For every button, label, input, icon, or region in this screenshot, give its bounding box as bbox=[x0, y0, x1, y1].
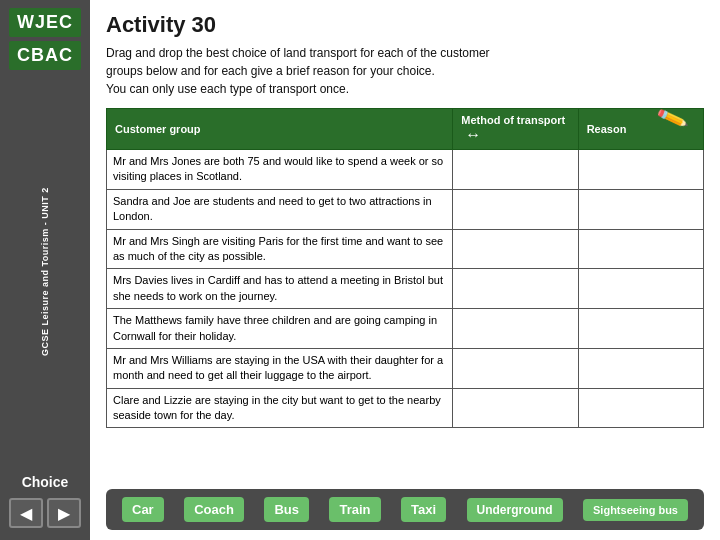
table-container: ✏️ Customer group Method of transport ↔ … bbox=[106, 108, 704, 481]
instruction-line-2: groups below and for each give a brief r… bbox=[106, 64, 435, 78]
reason-cell[interactable] bbox=[578, 189, 703, 229]
customer-cell: Mrs Davies lives in Cardiff and has to a… bbox=[107, 269, 453, 309]
customer-cell: Mr and Mrs Jones are both 75 and would l… bbox=[107, 150, 453, 190]
table-row: The Matthews family have three children … bbox=[107, 309, 704, 349]
customer-cell: Sandra and Joe are students and need to … bbox=[107, 189, 453, 229]
reason-cell[interactable] bbox=[578, 348, 703, 388]
transport-option-car[interactable]: Car bbox=[122, 497, 164, 522]
table-row: Mr and Mrs Singh are visiting Paris for … bbox=[107, 229, 704, 269]
transport-option-sightseeing-bus[interactable]: Sightseeing bus bbox=[583, 499, 688, 521]
transport-option-bus[interactable]: Bus bbox=[264, 497, 309, 522]
transport-cell[interactable] bbox=[453, 348, 578, 388]
table-row: Clare and Lizzie are staying in the city… bbox=[107, 388, 704, 428]
choice-label: Choice bbox=[22, 474, 69, 490]
transport-cell[interactable] bbox=[453, 189, 578, 229]
nav-prev-button[interactable]: ◀ bbox=[9, 498, 43, 528]
customer-cell: Clare and Lizzie are staying in the city… bbox=[107, 388, 453, 428]
instruction-line-3: You can only use each type of transport … bbox=[106, 82, 349, 96]
transport-cell[interactable] bbox=[453, 150, 578, 190]
transport-option-taxi[interactable]: Taxi bbox=[401, 497, 446, 522]
transport-bar: CarCoachBusTrainTaxiUndergroundSightseei… bbox=[106, 489, 704, 530]
nav-buttons: ◀ ▶ bbox=[5, 494, 85, 532]
main-content: Activity 30 Drag and drop the best choic… bbox=[90, 0, 720, 540]
customer-cell: Mr and Mrs Williams are staying in the U… bbox=[107, 348, 453, 388]
reason-cell[interactable] bbox=[578, 388, 703, 428]
col-header-transport: Method of transport ↔ bbox=[453, 109, 578, 150]
transport-cell[interactable] bbox=[453, 269, 578, 309]
table-row: Sandra and Joe are students and need to … bbox=[107, 189, 704, 229]
table-row: Mr and Mrs Williams are staying in the U… bbox=[107, 348, 704, 388]
transport-cell[interactable] bbox=[453, 388, 578, 428]
sidebar: WJEC CBAC GCSE Leisure and Tourism - UNI… bbox=[0, 0, 90, 540]
customer-cell: The Matthews family have three children … bbox=[107, 309, 453, 349]
transport-cell[interactable] bbox=[453, 309, 578, 349]
cursor-icon: ↔ bbox=[465, 126, 481, 144]
reason-cell[interactable] bbox=[578, 309, 703, 349]
nav-next-button[interactable]: ▶ bbox=[47, 498, 81, 528]
reason-cell[interactable] bbox=[578, 150, 703, 190]
activity-table: Customer group Method of transport ↔ Rea… bbox=[106, 108, 704, 428]
activity-title: Activity 30 bbox=[106, 12, 704, 38]
transport-cell[interactable] bbox=[453, 229, 578, 269]
table-row: Mrs Davies lives in Cardiff and has to a… bbox=[107, 269, 704, 309]
reason-cell[interactable] bbox=[578, 229, 703, 269]
col-header-customer: Customer group bbox=[107, 109, 453, 150]
sidebar-bottom: Choice ◀ ▶ bbox=[0, 474, 90, 532]
customer-cell: Mr and Mrs Singh are visiting Paris for … bbox=[107, 229, 453, 269]
transport-option-underground[interactable]: Underground bbox=[467, 498, 563, 522]
instruction-line-1: Drag and drop the best choice of land tr… bbox=[106, 46, 490, 60]
sidebar-label: GCSE Leisure and Tourism - UNIT 2 bbox=[40, 80, 50, 464]
cbac-logo: CBAC bbox=[9, 41, 81, 70]
reason-cell[interactable] bbox=[578, 269, 703, 309]
logo-area: WJEC CBAC bbox=[9, 8, 81, 70]
transport-option-coach[interactable]: Coach bbox=[184, 497, 244, 522]
instructions: Drag and drop the best choice of land tr… bbox=[106, 44, 704, 98]
wjec-logo: WJEC bbox=[9, 8, 81, 37]
table-row: Mr and Mrs Jones are both 75 and would l… bbox=[107, 150, 704, 190]
transport-option-train[interactable]: Train bbox=[329, 497, 380, 522]
